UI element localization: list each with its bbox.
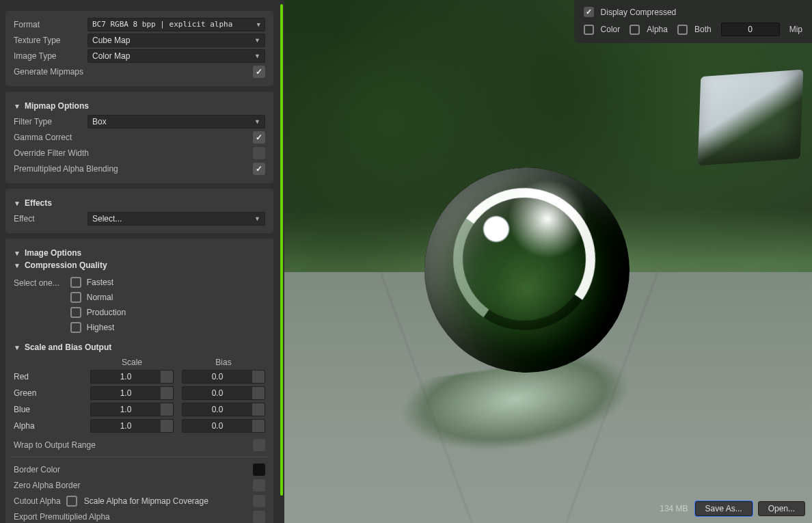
sb-alpha-bias-input[interactable]: 0.0 <box>182 419 265 433</box>
compression-option-production[interactable]: Production <box>70 307 126 318</box>
channel-alpha-checkbox[interactable] <box>630 25 640 35</box>
format-dropdown[interactable]: BC7 RGBA 8 bpp | explicit alpha ▼ <box>87 18 265 31</box>
image-options-section-header[interactable]: ▼ Image Options <box>14 244 265 260</box>
preview-scene <box>284 0 812 523</box>
sb-blue-bias-input[interactable]: 0.0 <box>182 403 265 416</box>
file-size-label: 134 MB <box>660 504 689 513</box>
channel-both-label: Both <box>694 25 712 34</box>
compression-option-highest[interactable]: Highest <box>70 322 126 333</box>
panel-splitter[interactable] <box>279 0 284 523</box>
channel-both-checkbox[interactable] <box>677 25 688 35</box>
chevron-down-icon: ▼ <box>254 118 260 125</box>
generate-mipmaps-checkbox[interactable] <box>253 66 265 78</box>
mip-value: 0 <box>748 25 753 34</box>
compression-section-title: Compression Quality <box>25 260 107 270</box>
texture-basics-block: Format BC7 RGBA 8 bpp | explicit alpha ▼… <box>5 11 273 86</box>
sb-green-label: Green <box>14 388 82 398</box>
viewport-footer: 134 MB Save As... Open... <box>660 501 805 516</box>
sb-red-scale-input[interactable]: 1.0 <box>90 370 174 384</box>
preview-overlay-panel: Display Compressed Color Alpha Both 0 <box>574 0 812 43</box>
stepper-nub[interactable] <box>252 403 265 416</box>
channel-color-label: Color <box>601 25 621 34</box>
export-premult-alpha-checkbox[interactable] <box>253 511 265 523</box>
radio-label: Normal <box>87 293 113 302</box>
format-label: Format <box>14 20 82 29</box>
effects-section-title: Effects <box>25 198 52 208</box>
format-value: BC7 RGBA 8 bpp | explicit alpha <box>92 20 232 29</box>
mip-level-input[interactable]: 0 <box>721 23 780 36</box>
channel-color-checkbox[interactable] <box>584 25 594 35</box>
scale-alpha-coverage-checkbox[interactable] <box>253 495 265 507</box>
radio-icon <box>70 292 81 303</box>
filter-type-label: Filter Type <box>14 117 82 126</box>
wrap-output-label: Wrap to Output Range <box>14 440 96 450</box>
sb-alpha-scale-input[interactable]: 1.0 <box>90 419 174 433</box>
preview-sphere <box>424 167 630 373</box>
stepper-nub[interactable] <box>161 371 173 383</box>
override-filter-width-label: Override Filter Width <box>14 148 89 158</box>
sb-blue-label: Blue <box>14 405 82 414</box>
scale-header: Scale <box>90 358 174 367</box>
sb-blue-scale-input[interactable]: 1.0 <box>90 403 174 416</box>
image-options-section-title: Image Options <box>25 248 81 258</box>
stepper-nub[interactable] <box>252 387 265 399</box>
texture-type-value: Cube Map <box>92 36 130 45</box>
bias-header: Bias <box>182 358 265 367</box>
cutout-alpha-checkbox[interactable] <box>66 496 77 507</box>
radio-label: Fastest <box>87 278 113 287</box>
stepper-nub[interactable] <box>161 403 173 416</box>
texture-type-dropdown[interactable]: Cube Map ▼ <box>87 33 265 47</box>
sb-green-bias-input[interactable]: 0.0 <box>182 386 265 400</box>
preview-viewport[interactable]: Display Compressed Color Alpha Both 0 <box>284 0 812 523</box>
compression-option-normal[interactable]: Normal <box>70 292 126 303</box>
mipmap-options-block: ▼ Mipmap Options Filter Type Box ▼ Gamma… <box>5 92 273 183</box>
stepper-nub[interactable] <box>161 420 173 432</box>
stepper-nub[interactable] <box>252 371 265 383</box>
triangle-down-icon: ▼ <box>14 250 21 257</box>
chevron-down-icon: ▼ <box>257 21 260 28</box>
compression-section-header[interactable]: ▼ Compression Quality <box>14 260 265 273</box>
cutout-alpha-label: Cutout Alpha <box>14 496 61 506</box>
mipmap-section-title: Mipmap Options <box>25 101 89 111</box>
channel-alpha-label: Alpha <box>647 25 668 34</box>
display-compressed-label: Display Compressed <box>601 8 677 17</box>
stepper-nub[interactable] <box>161 387 173 399</box>
wrap-output-checkbox[interactable] <box>253 439 265 451</box>
scale-bias-section-title: Scale and Bias Output <box>25 343 111 352</box>
stepper-nub[interactable] <box>252 420 265 432</box>
save-as-button[interactable]: Save As... <box>695 501 753 516</box>
display-compressed-checkbox[interactable] <box>584 7 594 17</box>
filter-type-dropdown[interactable]: Box ▼ <box>87 115 265 129</box>
premult-alpha-blending-label: Premultiplied Alpha Blending <box>14 164 118 174</box>
scale-bias-section-header[interactable]: ▼ Scale and Bias Output <box>14 338 265 355</box>
premult-alpha-blending-checkbox[interactable] <box>253 163 265 175</box>
triangle-down-icon: ▼ <box>14 344 21 351</box>
chevron-down-icon: ▼ <box>254 53 260 59</box>
border-color-label: Border Color <box>14 465 60 474</box>
sb-green-scale-input[interactable]: 1.0 <box>90 386 174 400</box>
radio-icon <box>70 277 81 288</box>
sb-alpha-label: Alpha <box>14 421 82 431</box>
compression-option-fastest[interactable]: Fastest <box>70 277 126 288</box>
override-filter-width-checkbox[interactable] <box>253 147 265 159</box>
sb-red-bias-input[interactable]: 0.0 <box>182 370 265 384</box>
image-options-block: ▼ Image Options ▼ Compression Quality Se… <box>5 239 273 523</box>
chevron-down-icon: ▼ <box>254 37 260 44</box>
zero-alpha-border-checkbox[interactable] <box>253 479 265 492</box>
triangle-down-icon: ▼ <box>14 200 21 207</box>
chevron-down-icon: ▼ <box>254 215 260 222</box>
effects-block: ▼ Effects Effect Select... ▼ <box>5 189 273 233</box>
select-one-label: Select one... <box>14 276 59 288</box>
border-color-swatch[interactable] <box>253 464 265 476</box>
radio-label: Production <box>87 308 126 317</box>
effect-dropdown[interactable]: Select... ▼ <box>87 212 265 226</box>
properties-panel[interactable]: Format BC7 RGBA 8 bpp | explicit alpha ▼… <box>0 0 279 523</box>
mipmap-section-header[interactable]: ▼ Mipmap Options <box>14 97 265 113</box>
filter-type-value: Box <box>92 117 107 126</box>
gamma-correct-checkbox[interactable] <box>253 131 265 144</box>
image-type-dropdown[interactable]: Color Map ▼ <box>87 49 265 63</box>
scale-alpha-coverage-label: Scale Alpha for Mipmap Coverage <box>84 496 208 506</box>
effects-section-header[interactable]: ▼ Effects <box>14 194 265 211</box>
open-button[interactable]: Open... <box>758 501 805 516</box>
image-type-label: Image Type <box>14 51 82 61</box>
